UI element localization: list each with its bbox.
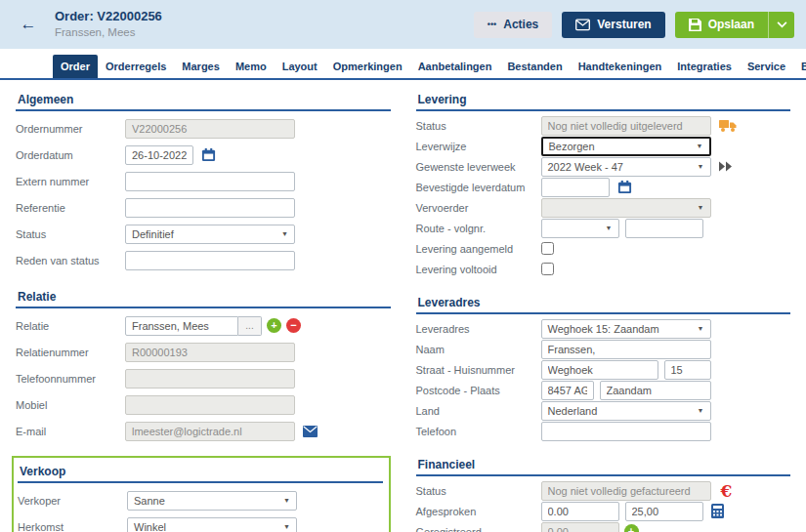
relatie-input[interactable] — [125, 316, 238, 336]
section-title-leveradres: Leveradres — [416, 289, 791, 314]
gewenste-leverweek-select-value: 2022 Week - 47 — [548, 161, 623, 173]
field-label: Mobiel — [16, 399, 125, 411]
fast-forward-icon[interactable] — [719, 161, 733, 172]
field-herkomst: Herkomst Winkel ▼ — [18, 513, 383, 532]
chevron-down-icon: ▼ — [698, 407, 704, 414]
field-status: Status Definitief ▼ — [16, 221, 391, 247]
orderdatum-input[interactable] — [125, 145, 193, 165]
leveradres-select[interactable]: Weghoek 15: Zaandam ▼ — [541, 319, 711, 339]
relatie-add-button[interactable]: + — [267, 318, 281, 333]
field-label: Telefoon — [416, 426, 541, 437]
save-button-label: Opslaan — [708, 18, 754, 31]
field-bevestigde-leverdatum: Bevestigde leverdatum — [416, 177, 791, 197]
tab-marges[interactable]: Marges — [174, 55, 228, 78]
chevron-down-icon: ▼ — [698, 163, 704, 170]
field-naam: Naam — [416, 339, 791, 359]
naam-input[interactable] — [541, 340, 711, 359]
section-levering: Levering Status Leverwijze Bezorgen ▼ Ge… — [416, 86, 791, 279]
calendar-icon[interactable] — [617, 180, 632, 194]
tab-bestanden[interactable]: Bestanden — [499, 55, 570, 78]
save-dropdown-button[interactable] — [768, 12, 794, 38]
order-form: Algemeen Ordernummer Orderdatum Extern n… — [0, 80, 806, 532]
straat-input[interactable] — [541, 360, 658, 380]
calculator-icon[interactable] — [711, 504, 724, 518]
field-extern-nummer: Extern nummer — [16, 168, 391, 194]
field-leveradres: Leveradres Weghoek 15: Zaandam ▼ — [416, 318, 791, 339]
euro-icon: € — [721, 481, 733, 501]
tab-aanbetalingen[interactable]: Aanbetalingen — [410, 55, 500, 78]
tab-opmerkingen[interactable]: Opmerkingen — [325, 55, 410, 78]
section-title-verkoop: Verkoop — [18, 458, 383, 483]
field-label: Levering voltooid — [416, 264, 541, 275]
actions-button[interactable]: ••• Acties — [474, 12, 552, 38]
field-telefoonnummer: Telefoonnummer — [16, 365, 391, 391]
field-orderdatum: Orderdatum — [16, 142, 391, 168]
field-label: Vervoerder — [416, 202, 541, 214]
tab-integraties[interactable]: Integraties — [669, 55, 740, 78]
route-select[interactable]: ▼ — [541, 219, 619, 238]
section-financieel: Financieel Status € Afgesproken Geregist… — [416, 451, 791, 532]
field-label: Status — [16, 228, 125, 240]
leverwijze-select[interactable]: Bezorgen ▼ — [541, 137, 711, 156]
ellipsis-icon: ... — [245, 320, 253, 331]
extern-nummer-input[interactable] — [125, 172, 295, 191]
field-label: Herkomst — [18, 521, 127, 532]
field-gewenste-leverweek: Gewenste leverweek 2022 Week - 47 ▼ — [416, 156, 791, 177]
tab-order[interactable]: Order — [53, 55, 98, 78]
referentie-input[interactable] — [125, 198, 295, 218]
chevron-down-icon: ▼ — [283, 497, 290, 504]
herkomst-select[interactable]: Winkel ▼ — [127, 517, 297, 532]
afgesproken-bedrag-input[interactable] — [541, 502, 619, 521]
field-label: Geregistreerd — [416, 526, 541, 532]
volgnr-input[interactable] — [625, 219, 703, 238]
send-envelope-icon — [575, 19, 590, 31]
geregistreerd-add-button[interactable]: + — [624, 524, 639, 532]
levering-voltooid-checkbox[interactable] — [541, 263, 554, 275]
plaats-input[interactable] — [600, 381, 711, 400]
field-label: Extern nummer — [16, 176, 125, 187]
section-title-financieel: Financieel — [416, 451, 791, 476]
gewenste-leverweek-select[interactable]: 2022 Week - 47 ▼ — [541, 157, 711, 177]
section-title-levering: Levering — [416, 86, 791, 111]
field-label: Referentie — [16, 202, 125, 214]
telefoon-input[interactable] — [541, 422, 711, 441]
field-levering-status: Status — [416, 115, 791, 136]
send-button[interactable]: Versturen — [562, 12, 664, 38]
envelope-icon[interactable] — [303, 426, 318, 437]
status-select[interactable]: Definitief ▼ — [125, 225, 295, 244]
field-verkoper: Verkoper Sanne ▼ — [18, 487, 383, 513]
back-button[interactable]: ← — [12, 15, 45, 34]
verkoper-select[interactable]: Sanne ▼ — [127, 491, 297, 511]
bevestigde-leverdatum-input[interactable] — [541, 178, 610, 197]
section-title-relatie: Relatie — [16, 283, 391, 308]
tab-berichten[interactable]: Berichten — [793, 55, 806, 78]
chevron-down-icon: ▼ — [698, 325, 704, 332]
tab-orderregels[interactable]: Orderregels — [98, 55, 174, 78]
actions-button-label: Acties — [503, 18, 538, 31]
reden-van-status-input[interactable] — [125, 251, 295, 270]
chevron-down-icon: ▼ — [606, 225, 613, 231]
tab-service[interactable]: Service — [740, 55, 793, 78]
relatie-remove-button[interactable]: − — [286, 318, 301, 333]
send-button-label: Versturen — [597, 18, 651, 31]
tab-handtekeningen[interactable]: Handtekeningen — [571, 55, 670, 78]
tab-memo[interactable]: Memo — [228, 55, 275, 78]
field-label: Naam — [416, 344, 541, 355]
section-algemeen: Algemeen Ordernummer Orderdatum Extern n… — [16, 86, 391, 273]
field-relatienummer: Relatienummer — [16, 339, 391, 365]
huisnummer-input[interactable] — [664, 360, 711, 380]
save-button[interactable]: Opslaan — [675, 12, 768, 38]
tab-layout[interactable]: Layout — [275, 55, 325, 78]
field-label: Status — [416, 485, 541, 497]
page-title: Order: V22000256 — [55, 9, 162, 25]
calendar-icon[interactable] — [201, 147, 216, 162]
relatie-browse-button[interactable]: ... — [238, 316, 262, 336]
land-select[interactable]: Nederland ▼ — [541, 401, 711, 421]
levering-aangemeld-checkbox[interactable] — [541, 242, 554, 255]
field-label: Relatie — [16, 320, 125, 332]
vervoerder-select: ▼ — [541, 198, 711, 218]
afgesproken-percentage-input[interactable] — [625, 502, 703, 521]
herkomst-select-value: Winkel — [134, 521, 166, 532]
postcode-input[interactable] — [541, 381, 594, 400]
field-afgesproken: Afgesproken — [416, 501, 791, 521]
